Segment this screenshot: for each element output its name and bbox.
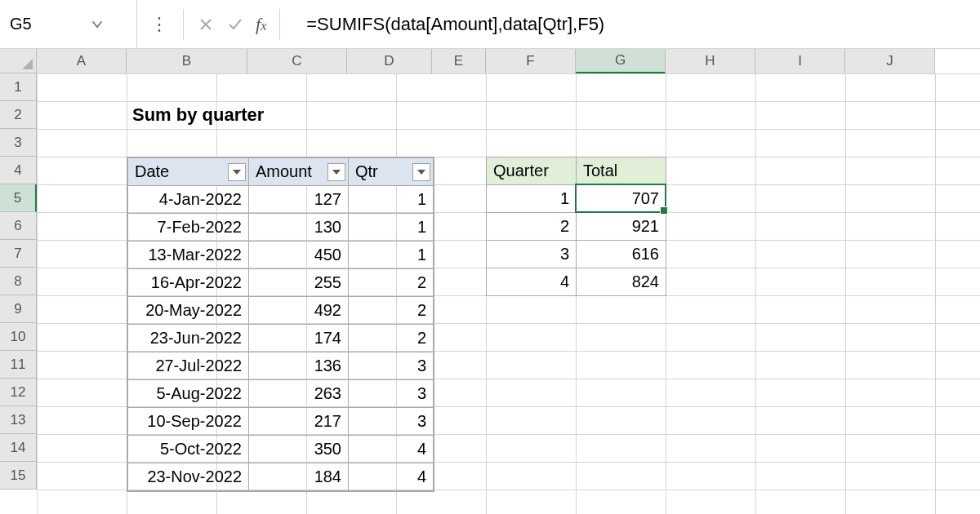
cell-qtr[interactable]: 1 <box>349 241 434 269</box>
data-row[interactable]: 5-Aug-20222633 <box>128 380 434 408</box>
name-box[interactable]: G5 <box>0 0 137 48</box>
cancel-icon[interactable] <box>194 12 218 37</box>
cell-qtr[interactable]: 2 <box>349 325 434 352</box>
row-header-13[interactable]: 13 <box>0 406 36 434</box>
cell-amount[interactable]: 184 <box>249 463 349 491</box>
row-header-6[interactable]: 6 <box>0 212 36 240</box>
select-all-corner[interactable] <box>0 49 37 73</box>
cell-date[interactable]: 4-Jan-2022 <box>128 186 249 214</box>
summary-row[interactable]: 3616 <box>487 241 666 268</box>
row-header-1[interactable]: 1 <box>0 73 36 101</box>
cell-qtr[interactable]: 4 <box>349 436 434 463</box>
cell-qtr[interactable]: 4 <box>349 463 434 491</box>
cell-qtr[interactable]: 3 <box>349 352 434 380</box>
cell-amount[interactable]: 127 <box>249 186 349 214</box>
row-header-4[interactable]: 4 <box>0 157 36 184</box>
cell-qtr[interactable]: 1 <box>349 214 434 241</box>
cell-date[interactable]: 27-Jul-2022 <box>128 352 249 380</box>
cell-date[interactable]: 23-Jun-2022 <box>128 325 249 352</box>
cell-total[interactable]: 707 <box>577 185 666 213</box>
col-header-D[interactable]: D <box>347 49 432 73</box>
cell-date[interactable]: 10-Sep-2022 <box>128 408 249 436</box>
data-row[interactable]: 27-Jul-20221363 <box>128 352 434 380</box>
cell-date[interactable]: 13-Mar-2022 <box>128 241 249 269</box>
cell-date[interactable]: 5-Aug-2022 <box>128 380 249 408</box>
cell-total[interactable]: 824 <box>577 268 666 296</box>
row-header-7[interactable]: 7 <box>0 240 36 268</box>
summary-header-quarter[interactable]: Quarter <box>487 157 577 185</box>
col-header-I[interactable]: I <box>755 49 845 73</box>
data-row[interactable]: 20-May-20224922 <box>128 297 434 325</box>
row-header-10[interactable]: 10 <box>0 323 36 351</box>
cell-total[interactable]: 921 <box>577 213 666 241</box>
cell-date[interactable]: 7-Feb-2022 <box>128 214 249 241</box>
cell-quarter[interactable]: 4 <box>487 268 577 296</box>
data-header-amount[interactable]: Amount <box>249 158 349 186</box>
col-header-H[interactable]: H <box>666 49 755 73</box>
col-header-F[interactable]: F <box>486 49 576 73</box>
cell-total[interactable]: 616 <box>577 241 666 268</box>
cell-quarter[interactable]: 3 <box>487 241 577 268</box>
summary-row[interactable]: 2921 <box>487 213 666 241</box>
summary-header-total[interactable]: Total <box>577 157 666 185</box>
row-header-5[interactable]: 5 <box>0 184 37 212</box>
cell-quarter[interactable]: 1 <box>487 185 577 213</box>
col-header-J[interactable]: J <box>845 49 935 73</box>
row-header-15[interactable]: 15 <box>0 462 36 490</box>
col-header-A[interactable]: A <box>37 49 127 73</box>
formula-input[interactable]: =SUMIFS(data[Amount],data[Qtr],F5) <box>290 14 972 35</box>
cell-amount[interactable]: 217 <box>249 408 349 436</box>
filter-icon[interactable] <box>327 163 345 181</box>
cell-amount[interactable]: 450 <box>249 241 349 269</box>
confirm-icon[interactable] <box>223 12 247 37</box>
data-row[interactable]: 10-Sep-20222173 <box>128 408 434 436</box>
cell-amount[interactable]: 136 <box>249 352 349 380</box>
cell-qtr[interactable]: 3 <box>349 408 434 436</box>
cell-date[interactable]: 5-Oct-2022 <box>128 436 249 463</box>
cell-qtr[interactable]: 1 <box>349 186 434 214</box>
data-row[interactable]: 7-Feb-20221301 <box>128 214 434 241</box>
col-header-E[interactable]: E <box>432 49 486 73</box>
data-header-qtr[interactable]: Qtr <box>349 158 434 186</box>
row-header-11[interactable]: 11 <box>0 351 36 379</box>
cell-grid[interactable]: Sum by quarter Date Amount <box>37 73 980 514</box>
cell-qtr[interactable]: 2 <box>349 297 434 325</box>
col-header-B[interactable]: B <box>127 49 247 73</box>
col-header-C[interactable]: C <box>247 49 347 73</box>
cell-amount[interactable]: 350 <box>249 436 349 463</box>
col-header-G[interactable]: G <box>576 49 666 73</box>
data-row[interactable]: 13-Mar-20224501 <box>128 241 434 269</box>
more-icon[interactable]: ⋮ <box>145 14 173 35</box>
data-row[interactable]: 5-Oct-20223504 <box>128 436 434 463</box>
row-header-8[interactable]: 8 <box>0 268 36 295</box>
row-header-3[interactable]: 3 <box>0 129 36 157</box>
summary-row[interactable]: 1707 <box>487 185 666 213</box>
data-row[interactable]: 23-Jun-20221742 <box>128 325 434 352</box>
cell-amount[interactable]: 263 <box>249 380 349 408</box>
worksheet[interactable]: ABCDEFGHIJ 123456789101112131415 Sum by … <box>0 49 980 514</box>
row-header-9[interactable]: 9 <box>0 295 36 323</box>
data-row[interactable]: 23-Nov-20221844 <box>128 463 434 491</box>
data-row[interactable]: 4-Jan-20221271 <box>128 186 434 214</box>
cell-date[interactable]: 16-Apr-2022 <box>128 269 249 297</box>
row-header-2[interactable]: 2 <box>0 101 36 129</box>
chevron-down-icon[interactable] <box>69 17 127 32</box>
cell-amount[interactable]: 255 <box>249 269 349 297</box>
cell-date[interactable]: 23-Nov-2022 <box>128 463 249 491</box>
data-table: Date Amount Qtr <box>127 157 434 492</box>
data-header-date[interactable]: Date <box>128 158 249 186</box>
filter-icon[interactable] <box>412 163 430 181</box>
cell-amount[interactable]: 174 <box>249 325 349 352</box>
cell-quarter[interactable]: 2 <box>487 213 577 241</box>
data-row[interactable]: 16-Apr-20222552 <box>128 269 434 297</box>
cell-date[interactable]: 20-May-2022 <box>128 297 249 325</box>
filter-icon[interactable] <box>228 163 246 181</box>
row-header-12[interactable]: 12 <box>0 379 36 406</box>
row-header-14[interactable]: 14 <box>0 434 36 462</box>
cell-qtr[interactable]: 2 <box>349 269 434 297</box>
cell-amount[interactable]: 492 <box>249 297 349 325</box>
summary-row[interactable]: 4824 <box>487 268 666 296</box>
cell-amount[interactable]: 130 <box>249 214 349 241</box>
cell-qtr[interactable]: 3 <box>349 380 434 408</box>
fx-icon[interactable]: fx <box>252 14 270 35</box>
